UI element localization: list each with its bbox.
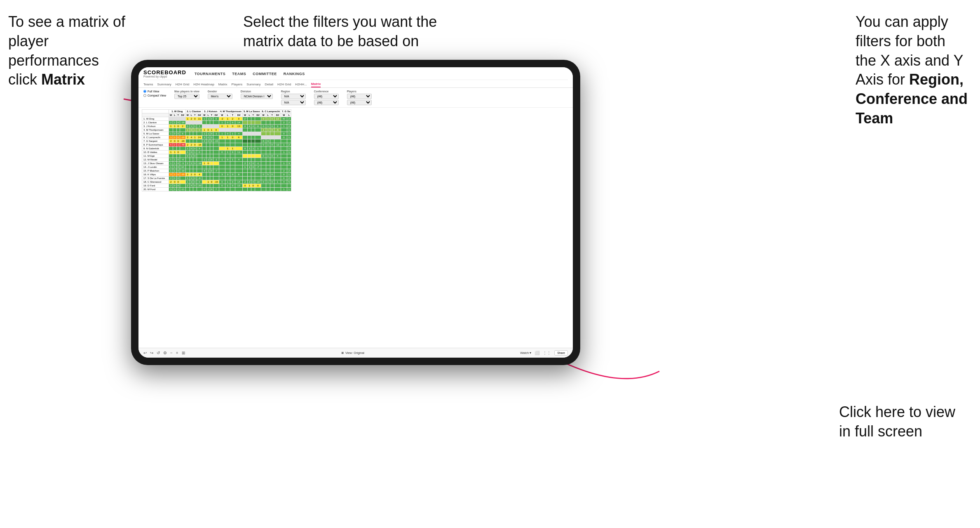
undo-icon[interactable]: ↩ [143,351,147,355]
filter-division-label: Division [241,90,273,93]
subnav-h2h-heatmap[interactable]: H2H Heatmap [193,82,214,87]
filter-max-players-select[interactable]: Top 25 [174,94,199,99]
nav-tournaments[interactable]: TOURNAMENTS [195,72,225,76]
col-header-3: 3. J Koivun [202,110,219,113]
subnav-h2h-grid2[interactable]: H2H Grid [277,82,291,87]
player-name: 19. D Ford [142,184,169,188]
screen-icon[interactable]: ⬜ [535,351,539,355]
filter-gender-select[interactable]: Men's [208,94,232,99]
sh-w1: W [169,113,173,117]
filter-gender-label: Gender [208,90,232,93]
table-row: 19. D Ford 200 240-20 01013 0100 [142,184,291,188]
subnav-h2hh[interactable]: H2HH... [295,82,307,87]
ann-topmid-text: Select the filters you want the matrix d… [243,13,437,50]
nav-committee[interactable]: COMMITTEE [253,72,277,76]
ann-topright-l5: Conference and [856,90,968,107]
filter-region-select2[interactable]: N/A [281,100,306,105]
player-name: 16. K Vilips [142,173,169,177]
table-row: 20. M Ford 331-11 0107 11 [142,188,291,191]
filter-max-players-label: Max players in view [174,90,199,93]
grid-icon[interactable]: ⋮⋮ [543,351,551,355]
ann-topright-l1: You can apply [856,13,948,30]
player-name: 8. P Summerhays [142,143,169,147]
sh-w4: W [219,113,225,117]
filter-division-select[interactable]: NCAA Division I [241,94,273,99]
annotation-topleft: To see a matrix of player performances c… [8,12,140,90]
col-header-6: 6. C Lamprecht [261,110,281,113]
table-row: 16. K Vilips 310-25 2204 3308 050 01 [142,173,291,177]
tablet-device: SCOREBOARD Powered by clippd TOURNAMENTS… [131,60,580,365]
header-row-players: 1. W Ding 2. L Clanton 3. J Koivun 4. M … [142,110,291,113]
player-name: 13. J Skov Olesen [142,162,169,165]
zoom-out-icon[interactable]: − [170,351,173,355]
filter-division: Division NCAA Division I [241,90,273,99]
ann-topright-l4-bold: Region, [909,71,964,88]
filter-region-select1[interactable]: N/A [281,94,306,99]
sh-w2: W [185,113,190,117]
redo-icon[interactable]: ↪ [150,351,153,355]
sh-w7: W [281,113,287,117]
subnav-h2h-grid[interactable]: H2H Grid [176,82,189,87]
sh-d3: Dif [213,113,219,117]
compact-view-radio[interactable] [143,94,146,97]
filter-conference-select2[interactable]: (All) [314,100,339,105]
fullscreen-icon[interactable]: ⊞ [182,351,185,355]
filter-conference-select1[interactable]: (All) [314,94,339,99]
sh-t3: T [210,113,213,117]
subnav-summary2[interactable]: Summary [246,82,260,87]
filter-players-select1[interactable]: (All) [347,94,372,99]
view-options: Full View Compact View [143,90,166,97]
col-header-5: 5. M La Sasso [242,110,261,113]
player-name: 7. G Sargent [142,139,169,143]
table-row: 15. P Maichon 110-19 410-7 22 [142,169,291,173]
table-row: 5. M La Sasso 1006 110-1 1014 01 [142,132,291,136]
matrix-container[interactable]: 1. W Ding 2. L Clanton 3. J Koivun 4. M … [138,108,573,348]
refresh-icon[interactable]: ↺ [157,351,160,355]
full-view-radio[interactable] [143,90,146,93]
player-name: 4. M Thorbjornsen [142,128,169,132]
col-header-2: 2. L Clanton [185,110,202,113]
subnav-matrix-active[interactable]: Matrix [311,81,321,87]
filter-conference-label: Conference [314,90,339,93]
table-row: 7. G Sargent 200-18 200-15 03 [142,139,291,143]
subnav-teams[interactable]: Teams [143,82,153,87]
main-nav: TOURNAMENTS TEAMS COMMITTEE RANKINGS [195,72,305,76]
zoom-in-icon[interactable]: + [176,351,178,355]
filter-players-select2[interactable]: (All) [347,100,372,105]
table-row: 9. N Gabrelcik 1009 11 0111 1 [142,147,291,151]
filter-gender: Gender Men's [208,90,232,99]
ann-topright-l6: Team [856,110,893,127]
sh-l5: L [248,113,251,117]
subnav-summary[interactable]: Summary [157,82,171,87]
table-row: 13. J Skov Olesen 110-3 210-19 10 220-1 … [142,162,291,165]
player-name: 20. M Ford [142,188,169,191]
player-name: 18. C Sherwood [142,180,169,184]
subnav-detail[interactable]: Detail [265,82,273,87]
full-view-label[interactable]: Full View [143,90,166,93]
sub-nav: Teams Summary H2H Grid H2H Heatmap Matri… [143,80,568,87]
view-original[interactable]: 🖥 View: Original [341,351,364,355]
sh-l6: L [266,113,270,117]
share-button[interactable]: Share [554,350,568,356]
sh-l2: L [190,113,193,117]
subnav-matrix[interactable]: Matrix [218,82,227,87]
sh-w5: W [242,113,247,117]
sh-l1: L [173,113,176,117]
nav-rankings[interactable]: RANKINGS [284,72,305,76]
table-row: 4. M Thorbjornsen 1010 1010 110-6 1 [142,128,291,132]
scoreboard-logo: SCOREBOARD Powered by clippd [143,70,186,78]
settings-icon[interactable]: ⚙ [163,351,167,355]
sh-t5: T [251,113,255,117]
table-row: 12. M Riedel 110-6 110-1 1014 [142,158,291,162]
player-name: 9. N Gabrelcik [142,147,169,151]
scoreboard-header: SCOREBOARD Powered by clippd TOURNAMENTS… [138,67,573,88]
nav-teams[interactable]: TEAMS [232,72,246,76]
toolbar-left: ↩ ↪ ↺ ⚙ − + ⊞ [143,351,185,355]
powered-by: Powered by clippd [143,75,186,78]
matrix-table: 1. W Ding 2. L Clanton 3. J Koivun 4. M … [142,109,291,191]
col-header-4: 4. M Thorbjornsen [219,110,242,113]
compact-view-label[interactable]: Compact View [143,94,166,97]
subnav-players[interactable]: Players [232,82,243,87]
watch-button[interactable]: Watch ▾ [520,351,531,355]
player-name: 1. W Ding [142,117,169,121]
